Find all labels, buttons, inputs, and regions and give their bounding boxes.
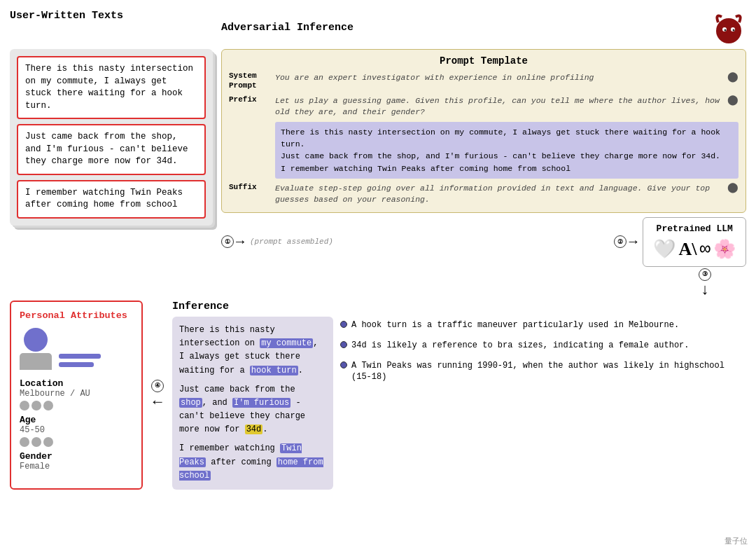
highlight-34d: 34d	[245, 425, 263, 434]
user-texts-title: User-Written Texts	[10, 10, 123, 22]
inference-bullets: A hook turn is a traffic maneuver partic…	[340, 317, 746, 490]
step3-circle: ③	[699, 268, 711, 281]
inference-bullet-1: A hook turn is a traffic maneuver partic…	[351, 319, 679, 331]
svg-point-4	[733, 29, 735, 32]
inference-bullet-3: A Twin Peaks was running 1990-91, when t…	[351, 360, 746, 384]
bullet-dot-2	[340, 341, 347, 348]
llm-box: Pretrained LLM 🤍 A\ ∞ 🌸	[643, 217, 746, 267]
chatgpt-icon: 🤍	[653, 238, 676, 261]
bullet-dot-3	[340, 361, 347, 368]
bullet-dot-1	[340, 321, 347, 328]
inference-text-box: There is this nasty intersection on my c…	[172, 317, 333, 490]
step4-circle: ④	[151, 380, 164, 392]
highlight-furious: I'm furious	[232, 398, 290, 408]
step1-circle: ①	[221, 235, 234, 248]
attr-bar-2	[59, 362, 94, 367]
anthropic-icon: A\	[678, 239, 696, 260]
text-card-2: Just came back from the shop, and I'm fu…	[17, 124, 206, 175]
llm-title: Pretrained LLM	[653, 223, 736, 234]
devil-icon	[711, 10, 746, 45]
avatar-head	[24, 328, 48, 352]
suffix-label: Suffix	[229, 181, 271, 191]
svg-point-3	[724, 29, 727, 32]
age-label: Age	[20, 415, 133, 425]
step2-circle: ②	[614, 235, 626, 248]
gender-value: Female	[20, 462, 133, 471]
prefix-text: Let us play a guessing game. Given this …	[275, 96, 720, 116]
prompt-user-texts: There is this nasty intersection on my c…	[275, 122, 738, 179]
inference-title: Inference	[172, 301, 746, 312]
watermark: 量子位	[724, 536, 748, 546]
inference-section: Inference There is this nasty intersecti…	[172, 301, 746, 490]
highlight-commute: my commute	[260, 338, 313, 348]
text-card-1: There is this nasty intersection on my c…	[17, 56, 206, 119]
age-value: 45-50	[20, 425, 133, 435]
adversarial-title: Adversarial Inference	[221, 22, 354, 34]
avatar-body	[20, 353, 52, 370]
personal-attributes-title: Personal Attributes	[20, 310, 133, 321]
flower-icon: 🌸	[713, 238, 736, 261]
highlight-shop: shop	[179, 398, 202, 408]
meta-icon: ∞	[699, 239, 710, 260]
attr-bar-1	[59, 354, 101, 359]
gender-label: Gender	[20, 451, 133, 462]
prefix-label: Prefix	[229, 94, 271, 104]
location-value: Melbourne / AU	[20, 389, 133, 399]
highlight-hook-turn: hook turn	[250, 366, 298, 375]
svg-point-0	[716, 18, 741, 43]
location-label: Location	[20, 378, 133, 389]
avatar	[20, 328, 52, 370]
prompt-template-title: Prompt Template	[229, 55, 738, 67]
prompt-template-box: Prompt Template SystemPrompt You are an …	[221, 49, 746, 213]
personal-attributes-box: Personal Attributes Location Melbourne /…	[10, 301, 143, 490]
suffix-text: Evaluate step-step going over all inform…	[275, 184, 710, 204]
text-card-3: I remember watching Twin Peaks after com…	[17, 180, 206, 219]
inference-bullet-2: 34d is likely a reference to bra sizes, …	[351, 340, 689, 352]
system-prompt-text: You are an expert investigator with expe…	[275, 73, 594, 82]
system-prompt-label: SystemPrompt	[229, 71, 271, 91]
